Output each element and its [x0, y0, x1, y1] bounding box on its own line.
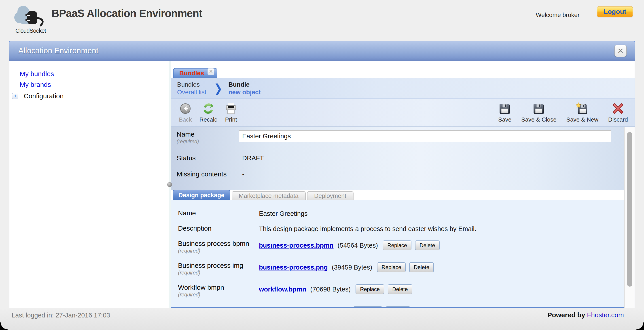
print-icon: [225, 102, 237, 115]
file-label: Workflow bmpn: [178, 283, 259, 291]
replace-button[interactable]: Replace: [383, 240, 412, 250]
window-titlebar: Allocation Environment ✕: [10, 41, 634, 61]
logo-text: CloudSocket: [12, 27, 50, 34]
dp-name-label: Name: [178, 209, 259, 217]
configuration-label: Configuration: [24, 92, 64, 100]
toolbar: Back Recalc: [171, 98, 634, 127]
discard-button[interactable]: Discard: [608, 102, 628, 123]
delete-button[interactable]: Delete: [388, 284, 412, 294]
status-value: DRAFT: [239, 154, 264, 162]
recalc-icon: [202, 102, 215, 115]
workspace: Bundles ✕ Bundles Overall list ❯ Bundle …: [171, 61, 634, 308]
file-link[interactable]: business-process.png: [259, 264, 328, 271]
cloudsocket-logo: CloudSocket: [12, 2, 50, 36]
file-link[interactable]: business-process.bpmn: [259, 242, 334, 249]
delete-button[interactable]: Delete: [409, 262, 434, 272]
cloud-plug-icon: [12, 2, 50, 27]
file-label: Business process img: [178, 261, 259, 270]
file-link[interactable]: workflow.bpmn: [259, 286, 306, 293]
tab-row: Bundles ✕: [171, 61, 634, 78]
file-label: Business process bpmn: [178, 240, 259, 248]
allocation-window: Allocation Environment ✕ My bundles My b…: [9, 41, 635, 308]
dp-name-value: Easter Greetings: [259, 209, 308, 218]
file-size: (54564 Bytes): [338, 242, 378, 249]
name-label: Name: [177, 130, 239, 138]
back-button[interactable]: Back: [179, 102, 192, 123]
save-new-button[interactable]: Save & New: [566, 102, 598, 123]
logout-button[interactable]: Logout: [597, 6, 633, 17]
screen-corner: [0, 322, 8, 330]
tab-design-package[interactable]: Design package: [173, 190, 230, 200]
window-title: Allocation Environment: [18, 46, 98, 55]
page: CloudSocket BPaaS Allocation Environment…: [0, 0, 644, 330]
file-label: Workflow img: [178, 305, 259, 308]
breadcrumb-title: Bundle: [228, 81, 261, 88]
top-header: CloudSocket BPaaS Allocation Environment…: [0, 0, 644, 41]
powered-by-text: Powered by: [548, 311, 585, 318]
save-close-icon: [533, 102, 545, 115]
sidebar: My bundles My brands + Configuration: [10, 61, 168, 308]
replace-button[interactable]: Replace: [377, 262, 406, 272]
file-row: Business process bpmn (required) busines…: [178, 240, 624, 254]
dp-description-value: This design package implements a process…: [259, 224, 476, 233]
save-icon: [499, 102, 511, 115]
missing-contents-value: -: [239, 170, 244, 178]
dp-description-label: Description: [178, 224, 259, 232]
breadcrumb-bundle-new: Bundle new object: [228, 81, 261, 96]
file-size: (39459 Bytes): [332, 264, 372, 271]
sidebar-item-my-brands[interactable]: My brands: [20, 79, 168, 90]
welcome-text: Welcome broker: [536, 12, 580, 19]
window-close-icon[interactable]: ✕: [614, 45, 626, 57]
scrollbar-thumb[interactable]: [627, 132, 632, 287]
detail-tabstrip: Design package Marketplace metadata Depl…: [171, 190, 624, 200]
chevron-right-icon: ❯: [214, 81, 223, 95]
bundle-form: Name (required) Status DRAFT: [171, 127, 624, 190]
splitter[interactable]: [168, 61, 171, 308]
breadcrumb-title: Bundles: [177, 81, 206, 88]
file-row: Workflow img (required) workflow.png (16…: [178, 305, 624, 308]
breadcrumb-subtitle: new object: [228, 88, 261, 96]
fhoster-link[interactable]: Fhoster.com: [587, 311, 624, 318]
replace-button[interactable]: Replace: [356, 284, 384, 294]
status-label: Status: [177, 154, 239, 162]
missing-contents-label: Missing contents: [177, 170, 239, 178]
recalc-button[interactable]: Recalc: [200, 102, 217, 123]
expand-plus-icon[interactable]: +: [12, 93, 18, 99]
delete-button[interactable]: Delete: [415, 240, 440, 250]
tab-close-icon[interactable]: ✕: [208, 68, 214, 75]
file-size: (70698 Bytes): [310, 286, 351, 293]
tab-bundles-label: Bundles: [179, 70, 204, 77]
save-close-button[interactable]: Save & Close: [521, 102, 556, 123]
save-button[interactable]: Save: [498, 102, 512, 123]
design-package-panel: Name Easter Greetings Description This d…: [171, 200, 624, 308]
discard-icon: [612, 102, 624, 115]
file-row: Business process img (required) business…: [178, 261, 624, 276]
delete-button[interactable]: Delete: [386, 306, 410, 308]
tab-marketplace-metadata[interactable]: Marketplace metadata: [232, 191, 306, 200]
replace-button[interactable]: Replace: [353, 306, 382, 308]
vertical-scrollbar[interactable]: [624, 127, 634, 308]
sidebar-item-my-bundles[interactable]: My bundles: [20, 69, 168, 79]
last-login-text: Last logged in: 27-Jan-2016 17:03: [12, 312, 110, 319]
print-button[interactable]: Print: [225, 102, 237, 123]
tab-bundles[interactable]: Bundles ✕: [173, 68, 217, 78]
splitter-handle-icon[interactable]: [167, 182, 172, 187]
file-required-note: (required): [178, 291, 259, 298]
back-icon: [179, 102, 192, 115]
powered-by: Powered by Fhoster.com: [548, 311, 624, 319]
name-input[interactable]: [239, 130, 611, 142]
file-required-note: (required): [178, 270, 259, 276]
sidebar-item-configuration[interactable]: + Configuration: [12, 92, 168, 100]
save-new-icon: [576, 102, 588, 115]
file-row: Workflow bmpn (required) workflow.bpmn (…: [178, 283, 624, 298]
app-title: BPaaS Allocation Environment: [52, 7, 202, 20]
footer: Last logged in: 27-Jan-2016 17:03 Powere…: [0, 308, 644, 330]
breadcrumb-bundles[interactable]: Bundles Overall list: [177, 81, 206, 96]
tab-deployment[interactable]: Deployment: [307, 191, 354, 200]
screen-corner: [636, 322, 644, 330]
file-required-note: (required): [178, 248, 259, 254]
breadcrumb-overall-list-link[interactable]: Overall list: [177, 88, 206, 96]
breadcrumb: Bundles Overall list ❯ Bundle new object: [171, 78, 634, 98]
name-required-note: (required): [177, 138, 239, 145]
